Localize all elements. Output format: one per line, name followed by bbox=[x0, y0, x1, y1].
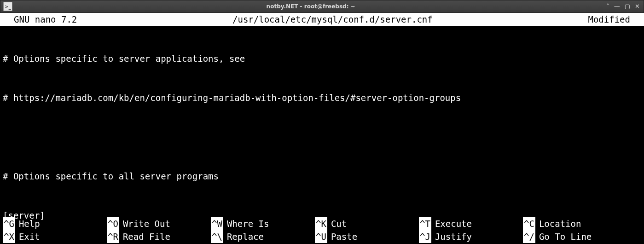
shortcut-row: ^XExit ^RRead File ^\Replace ^UPaste ^JJ… bbox=[3, 230, 644, 243]
key-label: ^K bbox=[315, 217, 327, 231]
shortcut-readfile[interactable]: ^RRead File bbox=[107, 230, 211, 243]
key-label: ^/ bbox=[523, 230, 535, 244]
shortcut-label: Go To Line bbox=[539, 230, 592, 244]
shortcut-replace[interactable]: ^\Replace bbox=[211, 230, 315, 243]
key-label: ^G bbox=[3, 217, 15, 231]
shortcut-label: Paste bbox=[331, 230, 357, 244]
shortcut-location[interactable]: ^CLocation bbox=[523, 217, 627, 230]
key-label: ^T bbox=[419, 217, 431, 231]
shortcut-label: Help bbox=[19, 217, 40, 231]
key-label: ^R bbox=[107, 230, 119, 244]
shortcut-writeout[interactable]: ^OWrite Out bbox=[107, 217, 211, 230]
shortcut-cut[interactable]: ^KCut bbox=[315, 217, 419, 230]
shortcut-label: Where Is bbox=[227, 217, 269, 231]
window-controls: ˆ — ▢ ✕ bbox=[606, 2, 644, 11]
shortcut-label: Read File bbox=[123, 230, 170, 244]
nano-header-bar: GNU nano 7.2 /usr/local/etc/mysql/conf.d… bbox=[0, 13, 644, 26]
window-rollup-icon[interactable]: ˆ bbox=[606, 2, 609, 11]
shortcut-label: Justify bbox=[435, 230, 472, 244]
window-close-icon[interactable]: ✕ bbox=[635, 2, 640, 11]
key-label: ^X bbox=[3, 230, 15, 244]
editor-line: # https://mariadb.com/kb/en/configuring-… bbox=[3, 91, 644, 104]
nano-version: GNU nano 7.2 bbox=[0, 13, 77, 26]
window-titlebar: >_ notby.NET - root@freebsd: ~ ˆ — ▢ ✕ bbox=[0, 0, 644, 13]
window-minimize-icon[interactable]: — bbox=[614, 2, 620, 11]
shortcut-label: Exit bbox=[19, 230, 40, 244]
shortcut-row: ^GHelp ^OWrite Out ^WWhere Is ^KCut ^TEx… bbox=[3, 217, 644, 230]
shortcut-label: Write Out bbox=[123, 217, 170, 231]
window-title: notby.NET - root@freebsd: ~ bbox=[15, 2, 606, 11]
nano-modified-flag: Modified bbox=[588, 13, 644, 26]
nano-filename: /usr/local/etc/mysql/conf.d/server.cnf bbox=[77, 13, 588, 26]
editor-line bbox=[3, 131, 644, 143]
key-label: ^C bbox=[523, 217, 535, 231]
shortcut-paste[interactable]: ^UPaste bbox=[315, 230, 419, 243]
shortcut-label: Execute bbox=[435, 217, 472, 231]
shortcut-help[interactable]: ^GHelp bbox=[3, 217, 107, 230]
shortcut-exit[interactable]: ^XExit bbox=[3, 230, 107, 243]
shortcut-gotoline[interactable]: ^/Go To Line bbox=[523, 230, 627, 243]
terminal-area[interactable]: GNU nano 7.2 /usr/local/etc/mysql/conf.d… bbox=[0, 13, 644, 244]
key-label: ^O bbox=[107, 217, 119, 231]
shortcut-label: Replace bbox=[227, 230, 264, 244]
terminal-app-icon: >_ bbox=[3, 2, 12, 11]
shortcut-execute[interactable]: ^TExecute bbox=[419, 217, 523, 230]
nano-shortcut-bar: ^GHelp ^OWrite Out ^WWhere Is ^KCut ^TEx… bbox=[0, 217, 644, 244]
key-label: ^U bbox=[315, 230, 327, 244]
shortcut-justify[interactable]: ^JJustify bbox=[419, 230, 523, 243]
key-label: ^J bbox=[419, 230, 431, 244]
key-label: ^\ bbox=[211, 230, 223, 244]
editor-line: # Options specific to server application… bbox=[3, 52, 644, 65]
window-maximize-icon[interactable]: ▢ bbox=[625, 2, 630, 11]
shortcut-label: Cut bbox=[331, 217, 347, 231]
editor-content[interactable]: # Options specific to server application… bbox=[0, 26, 644, 244]
shortcut-whereis[interactable]: ^WWhere Is bbox=[211, 217, 315, 230]
key-label: ^W bbox=[211, 217, 223, 231]
editor-line: # Options specific to all server program… bbox=[3, 170, 644, 183]
shortcut-label: Location bbox=[539, 217, 581, 231]
